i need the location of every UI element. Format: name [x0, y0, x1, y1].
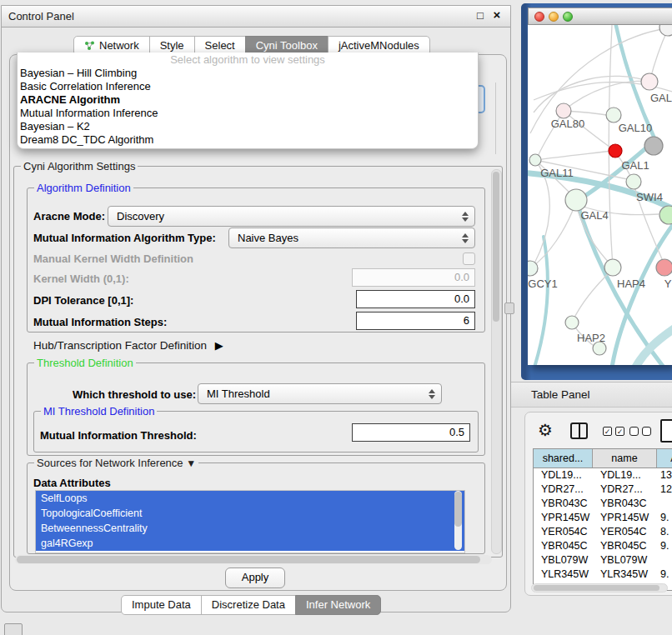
checked-pair-icon[interactable]: ✓✓	[603, 427, 624, 436]
network-node-label: Y	[664, 278, 672, 290]
dropdown-item-basic-correlation-inference[interactable]: Basic Correlation Inference	[18, 80, 478, 93]
table-cell: YER054C	[593, 525, 657, 539]
settings-horizontal-scrollbar[interactable]	[15, 555, 492, 564]
dock-chip[interactable]	[4, 623, 23, 635]
table-row[interactable]: YBR045CYBR045C9.	[534, 539, 672, 553]
scrollbar-thumb[interactable]	[17, 556, 480, 563]
table-row[interactable]: YER054CYER054C8.	[534, 525, 672, 539]
network-node-label: GAL1	[621, 159, 649, 172]
network-node-hap2[interactable]	[565, 316, 579, 329]
attribute-item-topologicalcoefficient[interactable]: TopologicalCoefficient	[36, 506, 464, 521]
stepper-arrows-icon	[425, 389, 439, 399]
dropdown-item-bayesian-k2[interactable]: Bayesian – K2	[18, 120, 478, 133]
column-header-shared[interactable]: shared...	[534, 449, 593, 468]
mi-type-combobox[interactable]: Naive Bayes	[228, 228, 475, 248]
table-row[interactable]: YDR27...YDR27...12	[534, 482, 672, 497]
table-cell: YBL079W	[534, 553, 593, 568]
columns-icon[interactable]	[570, 422, 588, 439]
hub-definition-toggle[interactable]: Hub/Transcription Factor Definition ▶	[33, 339, 223, 352]
collapse-down-icon: ▼	[186, 458, 196, 469]
table-row[interactable]: YLR345WYLR345W9.	[534, 568, 672, 582]
restore-icon[interactable]: □	[474, 9, 487, 22]
network-node-gal10[interactable]	[606, 108, 621, 122]
manual-kernel-label: Manual Kernel Width Definition	[33, 252, 193, 265]
bottom-tab-bar: Impute DataDiscretize DataInfer Network	[121, 595, 381, 615]
table-cell: 8.	[657, 525, 672, 539]
aracne-mode-label: Aracne Mode:	[33, 210, 105, 222]
bottom-tab-discretize-data[interactable]: Discretize Data	[201, 595, 296, 615]
bottom-tab-impute-data[interactable]: Impute Data	[121, 595, 202, 615]
algorithm-dropdown-popup: Select algorithm to view settings Bayesi…	[17, 52, 479, 149]
gear-icon[interactable]: ⚙	[538, 420, 553, 440]
which-threshold-combobox[interactable]: MI Threshold	[198, 383, 442, 404]
network-node[interactable]	[609, 144, 622, 158]
dropdown-item-aracne-algorithm[interactable]: ARACNE Algorithm	[18, 93, 478, 107]
kernel-width-field[interactable]: 0.0	[352, 268, 475, 287]
tab-label: Discretize Data	[212, 596, 285, 614]
dpi-tolerance-field[interactable]: 0.0	[356, 290, 475, 308]
scrollbar-thumb[interactable]	[493, 172, 499, 322]
zoom-traffic-light[interactable]	[563, 12, 573, 22]
table-cell: YPR145W	[593, 511, 657, 525]
mi-threshold-field[interactable]: 0.5	[352, 423, 470, 442]
window-title: Control Panel	[8, 10, 74, 22]
data-attributes-label: Data Attributes	[33, 477, 111, 489]
network-node[interactable]	[644, 137, 663, 155]
attributes-scrollbar[interactable]	[454, 491, 462, 550]
network-node-gal11[interactable]	[529, 154, 541, 166]
unchecked-pair-icon[interactable]	[629, 427, 651, 436]
attribute-item-selfloops[interactable]: SelfLoops	[36, 491, 464, 506]
dropdown-item-bayesian-hill-climbing[interactable]: Bayesian – Hill Climbing	[18, 67, 478, 80]
table-horizontal-scrollbar[interactable]	[531, 583, 668, 592]
sources-group-title[interactable]: Sources for Network Inference ▼	[34, 457, 198, 469]
dropdown-item-dream8-dc-tdc-algorithm[interactable]: Dream8 DC_TDC Algorithm	[18, 133, 478, 147]
attribute-item-betweennesscentrality[interactable]: BetweennessCentrality	[36, 521, 464, 536]
bottom-tab-infer-network[interactable]: Infer Network	[295, 595, 381, 615]
aracne-mode-combobox[interactable]: Discovery	[108, 206, 475, 227]
scrollbar-thumb[interactable]	[454, 492, 462, 527]
settings-vertical-scrollbar[interactable]	[491, 169, 502, 554]
column-header-a[interactable]: A	[657, 449, 672, 468]
screen: Control Panel □ × NetworkStyleSelectCyni…	[0, 0, 672, 635]
table-cell: YDL19...	[534, 468, 593, 482]
network-node-swi4[interactable]	[659, 206, 672, 224]
expand-right-icon: ▶	[215, 339, 223, 352]
table-row[interactable]: YPR145WYPR145W9.	[534, 511, 672, 525]
table-cell: YPR145W	[534, 511, 593, 525]
network-node-gal4[interactable]	[565, 189, 587, 211]
column-header-name[interactable]: name	[593, 449, 657, 468]
network-node-hap4[interactable]	[604, 259, 621, 276]
apply-button[interactable]: Apply	[225, 568, 285, 588]
network-node-gal80[interactable]	[556, 103, 571, 118]
attribute-item-gal4rgexp[interactable]: gal4RGexp	[36, 536, 464, 551]
algorithm-definition-title: Algorithm Definition	[34, 182, 133, 194]
manual-kernel-checkbox[interactable]	[463, 252, 475, 265]
network-node[interactable]	[593, 342, 606, 355]
page-icon[interactable]	[660, 419, 672, 442]
mi-steps-field[interactable]: 6	[356, 312, 475, 330]
network-node-gcy1[interactable]	[528, 261, 538, 276]
network-node-y[interactable]	[656, 259, 672, 276]
table-cell: YBR045C	[534, 539, 593, 553]
close-icon[interactable]: ×	[490, 8, 504, 22]
dropdown-item-mutual-information-inference[interactable]: Mutual Information Inference	[18, 107, 478, 120]
network-node-gal1[interactable]	[626, 174, 641, 189]
pane-divider-grip[interactable]	[504, 302, 514, 314]
close-traffic-light[interactable]	[534, 12, 544, 22]
table-row[interactable]: YBR043CYBR043C	[534, 497, 672, 511]
table-cell: YER054C	[534, 525, 593, 539]
which-threshold-label: Which threshold to use:	[73, 388, 196, 401]
table-row[interactable]: YBL079WYBL079W	[534, 553, 672, 568]
table-cell: YDR27...	[593, 482, 657, 497]
table-row[interactable]: YDL19...YDL19...13	[534, 468, 672, 482]
network-canvas[interactable]: GALGAL80GAL10GAL1GAL11SWI4GAL4GCY1HAP4YH…	[528, 25, 672, 365]
network-node-label: GAL4	[580, 209, 608, 222]
network-node-label: HAP4	[617, 278, 645, 290]
minimize-traffic-light[interactable]	[549, 12, 559, 22]
network-node-gal[interactable]	[641, 73, 658, 90]
network-node-label: GCY1	[528, 278, 557, 290]
network-window-titlebar[interactable]	[528, 8, 672, 25]
network-node[interactable]	[659, 25, 672, 36]
scrollbar-thumb[interactable]	[534, 585, 659, 591]
hidden-group-border	[495, 82, 496, 154]
